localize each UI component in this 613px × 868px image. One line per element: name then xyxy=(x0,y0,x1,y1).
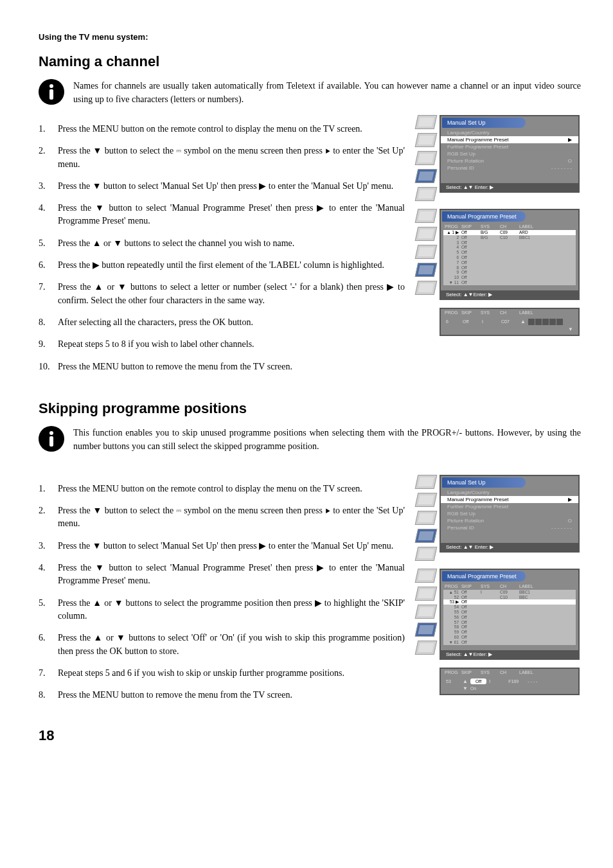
menu-item: Personal ID- - - - - - - xyxy=(441,524,578,531)
table-row: 57Off xyxy=(443,620,576,625)
list-item: Press the ▲ or ▼ buttons to select the p… xyxy=(39,597,405,623)
menu-title: Manual Set Up xyxy=(442,477,526,488)
menu-item: Further Programme Preset xyxy=(441,503,578,510)
menu-footer: Select: ▲▼Enter: ▶ xyxy=(441,290,578,299)
tv-screenshot-skip-detail: PROG SKIP SYS CH LABEL 53 ▲ Off I F189 -… xyxy=(440,668,580,695)
list-item: Press the ▼ button to select 'Manual Set… xyxy=(39,540,405,553)
menu-footer: Select: ▲▼ Enter: ▶ xyxy=(441,183,578,191)
list-item: Press the MENU button to remove the menu… xyxy=(39,360,405,373)
menu-item-highlighted: Manual Programme Preset▶ xyxy=(441,496,578,503)
list-item: Press the ▼ button to select 'Manual Pro… xyxy=(39,202,405,228)
menu-icon-stack xyxy=(416,475,436,561)
table-row: 54Off xyxy=(443,605,576,610)
section2-info: This function enables you to skip unused… xyxy=(73,426,581,453)
section1-steps: Press the MENU button on the remote cont… xyxy=(39,123,405,373)
menu-title: Manual Set Up xyxy=(442,118,526,128)
section1-info: Names for channels are usually taken aut… xyxy=(73,79,581,106)
table-row: 6Off xyxy=(443,255,576,260)
list-item: Press the ▶ button repeatedly until the … xyxy=(39,259,405,272)
menu-item: Personal ID- - - - - - - xyxy=(441,164,578,172)
page-subheader: Using the TV menu system: xyxy=(39,32,581,42)
table-row: ▼ 61Off xyxy=(443,640,576,645)
table-row: 59Off xyxy=(443,630,576,635)
section2-steps: Press the MENU button on the remote cont… xyxy=(39,483,405,702)
info-icon xyxy=(39,79,64,105)
table-row: 52OffC10BBC xyxy=(443,595,576,600)
menu-item: Language/Country xyxy=(441,129,578,136)
menu-title: Manual Programme Preset xyxy=(442,571,526,581)
table-row: 10Off xyxy=(443,275,576,280)
list-item: Repeat steps 5 and 6 if you wish to skip… xyxy=(39,667,405,680)
menu-item: RGB Set Up xyxy=(441,510,578,517)
list-item: Press the ▲ or ▼ buttons to select 'Off'… xyxy=(39,632,405,658)
list-item: Press the ▼ button to select 'Manual Pro… xyxy=(39,562,405,588)
menu-icon-stack xyxy=(416,209,436,295)
table-header: PROG SKIP SYS CH LABEL xyxy=(441,223,578,230)
list-item: Repeat steps 5 to 8 if you wish to label… xyxy=(39,338,405,351)
table-row: 2OffB/GC10BBC1 xyxy=(443,235,576,240)
table-row: 56Off xyxy=(443,615,576,620)
table-row: ▲ 51OffIC09BBC1 xyxy=(443,590,576,595)
section1-title: Naming a channel xyxy=(39,53,581,70)
page-number: 18 xyxy=(39,727,581,744)
menu-icon-stack xyxy=(416,115,436,201)
list-item: Press the MENU button on the remote cont… xyxy=(39,123,405,136)
menu-item: Further Programme Preset xyxy=(441,143,578,150)
list-item: Press the ▼ button to select the ⎓ symbo… xyxy=(39,145,405,171)
menu-item: Picture RotationO xyxy=(441,517,578,524)
list-item: Press the ▲ or ▼ buttons to select the c… xyxy=(39,237,405,250)
menu-title: Manual Programme Preset xyxy=(442,211,526,222)
list-item: Press the ▲ or ▼ buttons to select a let… xyxy=(39,281,405,307)
list-item: Press the ▼ button to select the ⎓ symbo… xyxy=(39,504,405,531)
menu-footer: Select: ▲▼ Enter: ▶ xyxy=(441,543,578,551)
tv-screenshot-label-detail: PROG SKIP SYS CH LABEL 6 Off I C07 ▲ ▼ xyxy=(440,308,580,336)
table-header: PROG SKIP SYS CH LABEL xyxy=(441,309,578,316)
table-row: 4Off xyxy=(443,245,576,250)
table-row: 60Off xyxy=(443,635,576,640)
table-row: 7Off xyxy=(443,260,576,265)
table-row: ▲ 1 ▶OffB/GC09ARD xyxy=(443,230,576,235)
menu-item: Picture RotationO xyxy=(441,157,578,164)
list-item: After selecting all the characters, pres… xyxy=(39,316,405,329)
table-row: 58Off xyxy=(443,624,576,630)
menu-item: Language/Country xyxy=(441,489,578,496)
tv-screenshot-programme-preset: Manual Programme Preset PROG SKIP SYS CH… xyxy=(416,569,581,660)
menu-icon-stack xyxy=(416,569,436,655)
menu-item-highlighted: Manual Programme Preset▶ xyxy=(441,136,578,143)
table-row: 9Off xyxy=(443,270,576,275)
menu-footer: Select: ▲▼Enter: ▶ xyxy=(441,650,578,659)
table-row: 55Off xyxy=(443,610,576,615)
table-row: 5Off xyxy=(443,250,576,255)
table-row: 3Off xyxy=(443,240,576,245)
list-item: Press the ▼ button to select 'Manual Set… xyxy=(39,180,405,193)
section2-title: Skipping programme positions xyxy=(39,400,581,417)
table-row: 8Off xyxy=(443,265,576,270)
tv-screenshot-manual-setup: Manual Set Up Language/Country Manual Pr… xyxy=(416,115,581,201)
menu-item: RGB Set Up xyxy=(441,150,578,157)
tv-screenshot-manual-setup: Manual Set Up Language/Country Manual Pr… xyxy=(416,475,581,561)
info-icon xyxy=(39,426,64,452)
table-header: PROG SKIP SYS CH LABEL xyxy=(441,583,578,590)
table-header: PROG SKIP SYS CH LABEL xyxy=(441,669,578,676)
tv-screenshot-programme-preset: Manual Programme Preset PROG SKIP SYS CH… xyxy=(416,209,581,300)
table-row: 53 ▶Off xyxy=(443,599,576,605)
table-row: ▼ 11Off xyxy=(443,280,576,285)
list-item: Press the MENU button to remove the menu… xyxy=(39,689,405,702)
list-item: Press the MENU button on the remote cont… xyxy=(39,483,405,495)
